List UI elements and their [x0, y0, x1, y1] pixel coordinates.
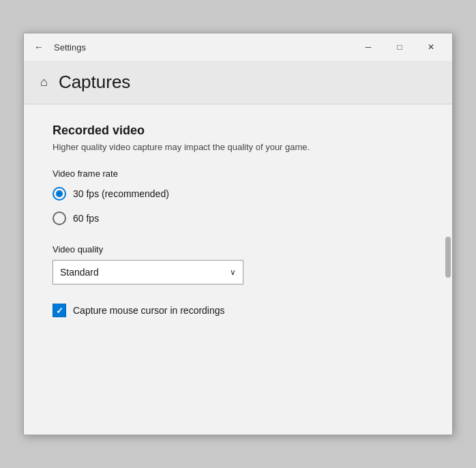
radio-60fps-circle[interactable]: [53, 211, 66, 225]
section-title: Recorded video: [53, 123, 423, 138]
video-quality-dropdown[interactable]: Standard ∨: [53, 260, 243, 284]
radio-30fps-circle[interactable]: [53, 187, 66, 201]
back-button[interactable]: ←: [29, 38, 48, 57]
frame-rate-label: Video frame rate: [53, 169, 423, 179]
radio-60fps-label: 60 fps: [73, 213, 99, 224]
back-icon: ←: [34, 42, 44, 53]
checkmark-icon: ✓: [56, 306, 63, 315]
frame-rate-radio-group: 30 fps (recommended) 60 fps: [53, 187, 423, 225]
maximize-icon: □: [397, 42, 402, 52]
section-description: Higher quality video capture may impact …: [53, 142, 423, 152]
minimize-button[interactable]: ─: [353, 33, 384, 61]
checkbox-box[interactable]: ✓: [53, 304, 66, 317]
window-title: Settings: [54, 42, 86, 53]
title-bar-left: ← Settings: [29, 38, 353, 57]
scrollbar-track: [444, 104, 452, 435]
window-controls: ─ □ ✕: [353, 33, 447, 61]
dropdown-arrow-icon: ∨: [230, 267, 236, 277]
radio-60fps[interactable]: 60 fps: [53, 211, 423, 225]
home-icon: ⌂: [40, 75, 48, 89]
settings-window: ← Settings ─ □ ✕ ⌂ Captures Recorded vid…: [23, 33, 453, 435]
title-bar: ← Settings ─ □ ✕: [24, 33, 452, 61]
maximize-button[interactable]: □: [384, 33, 415, 61]
checkbox-label: Capture mouse cursor in recordings: [73, 305, 225, 316]
video-quality-label: Video quality: [53, 244, 423, 254]
close-icon: ✕: [428, 42, 434, 52]
radio-30fps-label: 30 fps (recommended): [73, 188, 169, 199]
dropdown-selected-value: Standard: [60, 267, 99, 278]
minimize-icon: ─: [366, 42, 372, 52]
scrollbar-thumb[interactable]: [445, 237, 451, 278]
capture-mouse-checkbox[interactable]: ✓ Capture mouse cursor in recordings: [53, 304, 423, 317]
page-header: ⌂ Captures: [24, 61, 452, 104]
close-button[interactable]: ✕: [415, 33, 447, 61]
page-title: Captures: [59, 72, 131, 93]
content-area: Recorded video Higher quality video capt…: [24, 104, 452, 435]
radio-30fps[interactable]: 30 fps (recommended): [53, 187, 423, 201]
